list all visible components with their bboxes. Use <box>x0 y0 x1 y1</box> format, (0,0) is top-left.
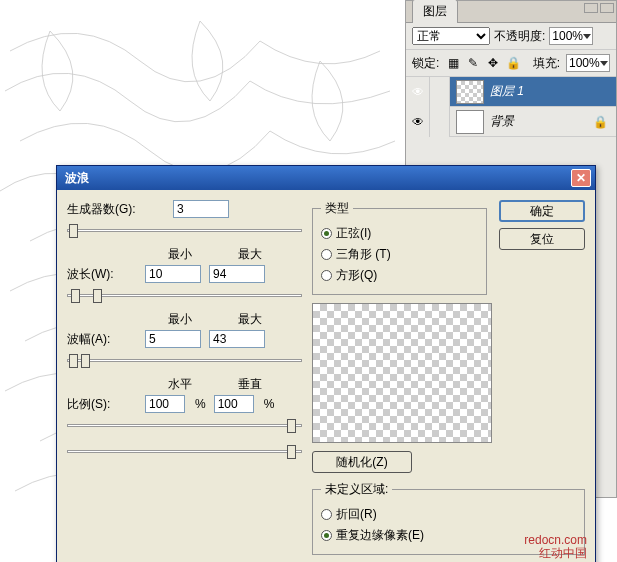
layer-name[interactable]: 背景 <box>490 113 593 130</box>
close-button[interactable]: ✕ <box>571 169 591 187</box>
max-header: 最大 <box>215 246 285 263</box>
type-sine-radio[interactable]: 正弦(I) <box>321 223 478 244</box>
amplitude-slider[interactable] <box>67 352 302 370</box>
panel-minimize[interactable] <box>584 3 598 13</box>
scale-v-slider[interactable] <box>67 443 302 461</box>
layer-thumbnail[interactable] <box>456 80 484 104</box>
lock-transparency-icon[interactable]: ▦ <box>445 55 461 71</box>
generators-input[interactable]: 3 <box>173 200 229 218</box>
opacity-input[interactable]: 100% <box>549 27 593 45</box>
scale-v-input[interactable]: 100 <box>214 395 254 413</box>
generators-label: 生成器数(G): <box>67 201 137 218</box>
chevron-down-icon <box>583 34 591 39</box>
type-group: 类型 正弦(I) 三角形 (T) 方形(Q) <box>312 200 487 295</box>
dialog-left-column: 生成器数(G): 3 最小 最大 波长(W): 10 94 最小 <box>67 200 302 555</box>
scale-h-input[interactable]: 100 <box>145 395 185 413</box>
wave-dialog: 波浪 ✕ 生成器数(G): 3 最小 最大 波长(W): 10 94 <box>56 165 596 562</box>
lock-icon: 🔒 <box>593 115 608 129</box>
ok-button[interactable]: 确定 <box>499 200 585 222</box>
generators-slider[interactable] <box>67 222 302 240</box>
wavelength-max-input[interactable]: 94 <box>209 265 265 283</box>
radio-icon <box>321 509 332 520</box>
opacity-label: 不透明度: <box>494 28 545 45</box>
layer-row[interactable]: 👁 背景 🔒 <box>406 107 616 137</box>
undefined-legend: 未定义区域: <box>321 481 392 498</box>
wavelength-min-input[interactable]: 10 <box>145 265 201 283</box>
blend-mode-select[interactable]: 正常 <box>412 27 490 45</box>
lock-icons: ▦ ✎ ✥ 🔒 <box>445 55 521 71</box>
layer-row[interactable]: 👁 图层 1 <box>406 77 616 107</box>
dialog-right-column: 类型 正弦(I) 三角形 (T) 方形(Q) 确定 复位 随机化(Z) 未定义区… <box>312 200 585 555</box>
radio-icon <box>321 270 332 281</box>
dialog-title: 波浪 <box>65 170 571 187</box>
wrap-radio[interactable]: 折回(R) <box>321 504 576 525</box>
type-triangle-radio[interactable]: 三角形 (T) <box>321 244 478 265</box>
reset-button[interactable]: 复位 <box>499 228 585 250</box>
amplitude-label: 波幅(A): <box>67 331 137 348</box>
randomize-button[interactable]: 随机化(Z) <box>312 451 412 473</box>
lock-position-icon[interactable]: ✥ <box>485 55 501 71</box>
lock-label: 锁定: <box>412 55 439 72</box>
preview-area <box>312 303 492 443</box>
radio-icon <box>321 228 332 239</box>
wavelength-label: 波长(W): <box>67 266 137 283</box>
amplitude-max-input[interactable]: 43 <box>209 330 265 348</box>
fill-label: 填充: <box>533 55 560 72</box>
horizontal-header: 水平 <box>145 376 215 393</box>
radio-icon <box>321 530 332 541</box>
lock-fill-row: 锁定: ▦ ✎ ✥ 🔒 填充: 100% <box>406 50 616 77</box>
panel-close[interactable] <box>600 3 614 13</box>
dialog-titlebar[interactable]: 波浪 ✕ <box>57 166 595 190</box>
layer-name[interactable]: 图层 1 <box>490 83 616 100</box>
lock-pixels-icon[interactable]: ✎ <box>465 55 481 71</box>
min-header: 最小 <box>145 311 215 328</box>
max-header: 最大 <box>215 311 285 328</box>
eye-icon: 👁 <box>412 115 424 129</box>
link-col[interactable] <box>430 77 450 107</box>
type-square-radio[interactable]: 方形(Q) <box>321 265 478 286</box>
scale-h-slider[interactable] <box>67 417 302 435</box>
visibility-toggle[interactable]: 👁 <box>406 77 430 107</box>
eye-icon: 👁 <box>412 85 424 99</box>
min-header: 最小 <box>145 246 215 263</box>
scale-label: 比例(S): <box>67 396 137 413</box>
radio-icon <box>321 249 332 260</box>
amplitude-min-input[interactable]: 5 <box>145 330 201 348</box>
percent-label: % <box>195 397 206 411</box>
fill-input[interactable]: 100% <box>566 54 610 72</box>
visibility-toggle[interactable]: 👁 <box>406 107 430 137</box>
type-legend: 类型 <box>321 200 353 217</box>
close-icon: ✕ <box>576 171 586 185</box>
chevron-down-icon <box>600 61 608 66</box>
tab-layers[interactable]: 图层 <box>412 0 458 23</box>
watermark: redocn.com 红动中国 <box>524 534 587 560</box>
vertical-header: 垂直 <box>215 376 285 393</box>
link-col[interactable] <box>430 107 450 137</box>
layer-thumbnail[interactable] <box>456 110 484 134</box>
wavelength-slider[interactable] <box>67 287 302 305</box>
blend-opacity-row: 正常 不透明度: 100% <box>406 23 616 50</box>
percent-label: % <box>264 397 275 411</box>
panel-window-controls <box>582 1 616 15</box>
lock-all-icon[interactable]: 🔒 <box>505 55 521 71</box>
